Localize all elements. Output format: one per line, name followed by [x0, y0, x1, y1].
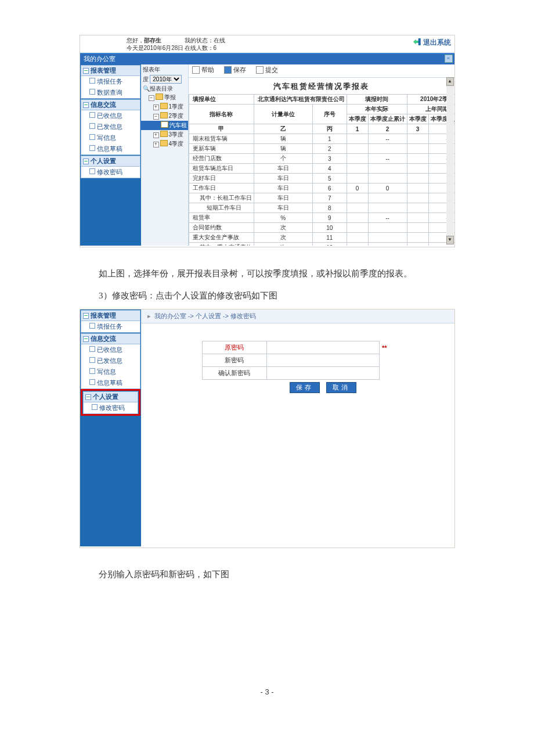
- scrollbar[interactable]: ▲ ▼: [446, 77, 454, 244]
- tree-node-quarter[interactable]: +4季度: [143, 139, 186, 149]
- cell[interactable]: [347, 203, 368, 213]
- cell[interactable]: [407, 174, 428, 183]
- cell[interactable]: [368, 174, 407, 183]
- cell[interactable]: [347, 134, 368, 144]
- scroll-up-icon[interactable]: ▲: [446, 77, 454, 86]
- cell[interactable]: [407, 134, 428, 144]
- cell[interactable]: [407, 193, 428, 203]
- cell[interactable]: [347, 223, 368, 233]
- today: 今天是2010年6月28日: [127, 44, 184, 52]
- cell[interactable]: --: [368, 213, 407, 223]
- required-mark: **: [379, 341, 393, 354]
- cell[interactable]: [347, 144, 368, 154]
- cell[interactable]: [368, 164, 407, 174]
- sidebar-group[interactable]: 个人设置: [83, 391, 138, 402]
- cell[interactable]: [347, 213, 368, 223]
- old-pw-input[interactable]: [270, 344, 373, 352]
- tree-leaf-selected[interactable]: 汽车租: [141, 121, 188, 130]
- collapse-icon: [83, 68, 89, 74]
- cell[interactable]: [347, 193, 368, 203]
- body-paragraphs-2: 分别输入原密码和新密码，如下图: [81, 566, 453, 583]
- sidebar-group[interactable]: 报表管理: [81, 310, 140, 321]
- cell[interactable]: [347, 243, 368, 246]
- sidebar-item[interactable]: 已收信息: [81, 344, 140, 355]
- tree-panel: 报表年 度 2010年 🔍报表目录 −季报 +1季度−2季度汽车租+3季度+4季…: [141, 64, 189, 246]
- sidebar-item[interactable]: 填报任务: [81, 76, 140, 87]
- sidebar-item[interactable]: 信息草稿: [81, 377, 140, 389]
- new-pw-input[interactable]: [270, 357, 373, 365]
- help-icon: [192, 66, 200, 74]
- help-button[interactable]: 帮助: [192, 66, 214, 74]
- cell[interactable]: [368, 193, 407, 203]
- table-row: 租赁车辆总车日车日4: [189, 164, 454, 174]
- cell[interactable]: [407, 243, 428, 246]
- cell[interactable]: [407, 183, 428, 193]
- sidebar-item[interactable]: 写信息: [81, 132, 140, 143]
- tree-root-label: 🔍报表目录: [143, 85, 186, 93]
- sidebar-item[interactable]: 已发信息: [81, 355, 140, 366]
- pw-save-button[interactable]: 保存: [290, 382, 320, 393]
- item-icon: [89, 168, 95, 174]
- sidebar-item[interactable]: 信息草稿: [81, 143, 140, 155]
- cell[interactable]: 0: [368, 183, 407, 193]
- year-select[interactable]: 2010年: [150, 75, 182, 84]
- sidebar-group[interactable]: 报表管理: [81, 65, 140, 76]
- cell[interactable]: [407, 233, 428, 243]
- new-pw-label: 新密码: [202, 354, 266, 367]
- cell[interactable]: [407, 213, 428, 223]
- para-2: 3）修改密码：点击个人设置的修改密码如下图: [81, 287, 453, 304]
- cell[interactable]: [368, 233, 407, 243]
- para-3: 分别输入原密码和新密码，如下图: [81, 566, 453, 583]
- sidebar-item[interactable]: 写信息: [81, 366, 140, 377]
- crumb-leaf: 修改密码: [230, 312, 256, 319]
- item-icon: [89, 145, 95, 151]
- cell[interactable]: --: [368, 134, 407, 144]
- toolbar: 帮助 保存 提交: [189, 64, 454, 78]
- cell[interactable]: 0: [347, 183, 368, 193]
- collapse-icon: [83, 102, 89, 108]
- sidebar-item[interactable]: 已收信息: [81, 110, 140, 121]
- sidebar-item[interactable]: 数据查询: [81, 87, 140, 99]
- cell[interactable]: [368, 223, 407, 233]
- workspace-bar: 我的办公室 «: [80, 54, 454, 64]
- sidebar-item[interactable]: 填报任务: [81, 321, 140, 333]
- cell[interactable]: [347, 154, 368, 164]
- cell[interactable]: [347, 233, 368, 243]
- cell[interactable]: [407, 203, 428, 213]
- sidebar-group[interactable]: 个人设置: [81, 156, 140, 167]
- report-title: 汽车租赁经营情况季报表: [189, 78, 454, 94]
- sidebar-item[interactable]: 已发信息: [81, 121, 140, 132]
- sidebar-item[interactable]: 修改密码: [83, 402, 138, 414]
- hello: 您好，邵存生: [127, 37, 161, 45]
- cell[interactable]: [407, 144, 428, 154]
- crumb-root[interactable]: 我的办公室: [154, 312, 186, 319]
- table-row: 完好车日车日5: [189, 174, 454, 183]
- collapse-icon[interactable]: «: [445, 55, 453, 63]
- cell[interactable]: [407, 154, 428, 164]
- tree-node-quarter[interactable]: +3季度: [143, 130, 186, 139]
- cell[interactable]: [368, 243, 407, 246]
- tree-node-quarter[interactable]: −2季度: [143, 111, 186, 121]
- cell[interactable]: [347, 174, 368, 183]
- sidebar-group[interactable]: 信息交流: [81, 99, 140, 110]
- pw-cancel-button[interactable]: 取消: [326, 382, 356, 393]
- tree-node-root[interactable]: −季报: [143, 93, 186, 102]
- tree-node-quarter[interactable]: +1季度: [143, 102, 186, 111]
- confirm-pw-input[interactable]: [270, 369, 373, 377]
- cell[interactable]: [368, 144, 407, 154]
- online-count: 在线人数：6: [185, 44, 217, 52]
- submit-button[interactable]: 提交: [256, 66, 278, 74]
- cell[interactable]: [368, 203, 407, 213]
- scroll-down-icon[interactable]: ▼: [446, 236, 454, 244]
- sidebar-item[interactable]: 修改密码: [81, 167, 140, 178]
- cell[interactable]: --: [368, 154, 407, 164]
- crumb-mid[interactable]: 个人设置: [196, 312, 221, 319]
- item-icon: [89, 112, 95, 118]
- cell[interactable]: [407, 164, 428, 174]
- sidebar-group[interactable]: 信息交流: [81, 333, 140, 344]
- save-button[interactable]: 保存: [224, 66, 246, 74]
- cell[interactable]: [347, 164, 368, 174]
- table-row: 更新车辆辆2: [189, 144, 454, 154]
- logout-button[interactable]: 退出系统: [412, 37, 451, 48]
- cell[interactable]: [407, 223, 428, 233]
